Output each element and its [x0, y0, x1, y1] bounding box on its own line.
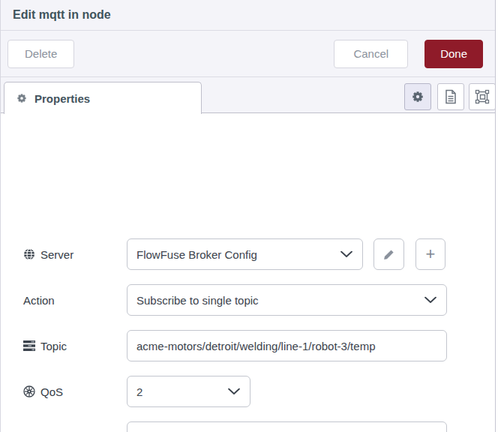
tab-properties-label: Properties [34, 92, 90, 105]
qos-select[interactable]: 2 [127, 376, 250, 407]
done-button[interactable]: Done [424, 40, 483, 68]
globe-icon [23, 248, 35, 260]
tray-toolbar: Delete Cancel Done [1, 31, 495, 77]
edit-server-button[interactable] [374, 238, 404, 270]
tray-header: Edit mqtt in node [1, 0, 495, 31]
output-select[interactable]: auto-detect (parsed JSON object, string … [127, 422, 447, 432]
pencil-icon [383, 249, 394, 260]
gear-icon [16, 92, 28, 104]
dialog-title: Edit mqtt in node [13, 8, 111, 22]
chevron-down-icon [228, 388, 240, 395]
tray-resize-gutter[interactable] [496, 0, 504, 432]
topic-label: Topic [23, 330, 67, 362]
document-icon [444, 89, 458, 104]
tasks-icon [23, 340, 35, 351]
cancel-button[interactable]: Cancel [334, 40, 408, 68]
description-tool-button[interactable] [437, 83, 464, 110]
appearance-tool-button[interactable] [469, 83, 496, 110]
tab-properties[interactable]: Properties [4, 82, 202, 114]
server-select[interactable]: FlowFuse Broker Config [127, 238, 363, 270]
chevron-down-icon [340, 251, 352, 258]
editor-tabbar: Properties [1, 77, 495, 113]
output-label: Output [23, 422, 74, 432]
edit-node-tray: Edit mqtt in node Delete Cancel Done Pro… [0, 0, 496, 432]
topic-input[interactable] [127, 330, 447, 362]
add-server-button[interactable]: + [416, 238, 446, 270]
plus-icon: + [426, 246, 436, 262]
action-select[interactable]: Subscribe to single topic [127, 284, 447, 316]
action-label: Action [23, 284, 55, 316]
chevron-down-icon [424, 297, 436, 304]
empire-icon [23, 386, 35, 398]
properties-form: Server FlowFuse Broker Config + Action S… [1, 113, 495, 431]
appearance-icon [475, 89, 490, 104]
settings-tool-button[interactable] [404, 83, 431, 110]
gear-icon [411, 90, 424, 104]
server-label: Server [23, 238, 74, 270]
qos-label: QoS [23, 376, 63, 407]
delete-button[interactable]: Delete [8, 40, 74, 68]
